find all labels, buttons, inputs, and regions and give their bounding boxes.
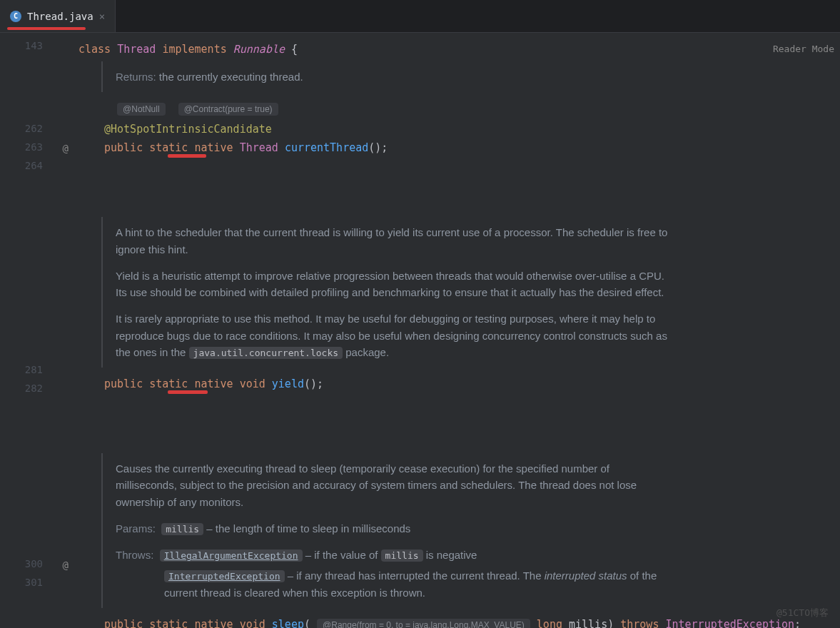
line-number[interactable]: 282 [0,383,79,401]
line-number[interactable]: 263 @ [0,141,79,160]
tab-bar: C Thread.java × [0,0,840,33]
line-number[interactable]: 301 [0,577,79,595]
watermark: @51CTO博客 [776,604,829,622]
editor: 143 262 263 @ 264 281 282 300 @ 301 Read… [0,33,840,628]
javadoc-returns: Returns: the currently executing thread. [101,61,687,92]
method-sleep: public static native void sleep( @Range(… [79,615,840,628]
method-currentThread: public static native Thread currentThrea… [79,138,840,194]
method-yield: public static native void yield(); [79,375,840,430]
line-number[interactable]: 262 [0,123,79,141]
close-icon[interactable]: × [99,11,105,22]
annotation-gutter-icon[interactable]: @ [63,559,69,571]
code-area[interactable]: Reader Mode class Thread implements Runn… [79,33,840,628]
tab-thread-java[interactable]: C Thread.java × [0,0,116,32]
inlay-hints: @NotNull @Contract(pure = true) [79,99,840,118]
tab-label: Thread.java [27,11,93,22]
red-underline [168,154,206,158]
line-number[interactable]: 281 [0,364,79,383]
class-icon: C [10,11,21,22]
red-underline [7,27,86,30]
annotation: @HotSpotIntrinsicCandidate [79,120,840,138]
javadoc-sleep: Causes the currently executing thread to… [101,453,687,608]
line-number[interactable]: 300 @ [0,558,79,577]
line-number[interactable]: 143 [0,40,79,59]
red-underline [168,390,208,394]
javadoc-yield: A hint to the scheduler that the current… [101,217,687,368]
gutter: 143 262 263 @ 264 281 282 300 @ 301 [0,33,79,628]
class-signature: class Thread implements Runnable { [79,40,840,59]
annotation-gutter-icon[interactable]: @ [63,143,69,154]
line-number[interactable]: 264 [0,160,79,178]
